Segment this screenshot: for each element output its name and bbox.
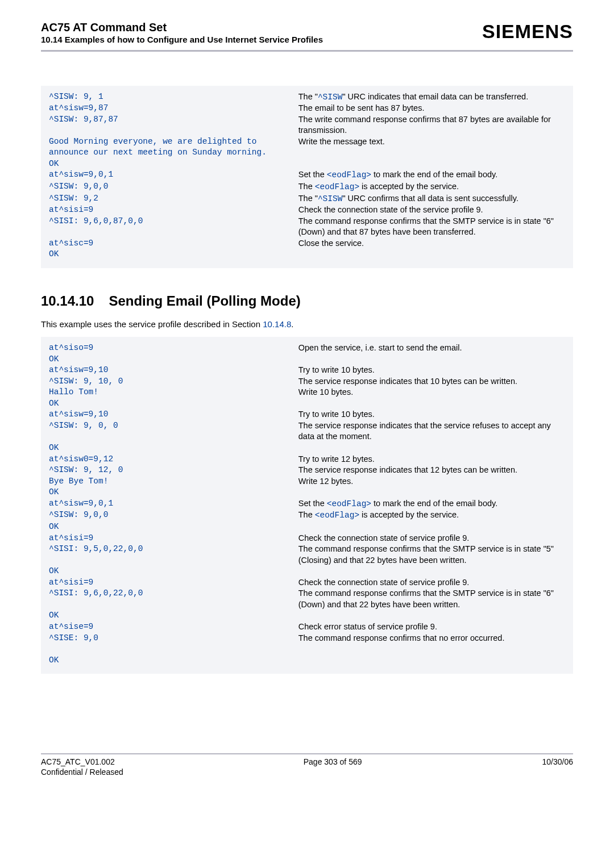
- example-row: ^SISI: 9,6,0,22,0,0The command response …: [49, 588, 565, 610]
- cmd-text: OK: [49, 566, 295, 577]
- cmd-text: ^SISW: 9, 1: [49, 91, 295, 103]
- cmd-text: Hallo Tom!: [49, 387, 295, 398]
- brand-logo: SIEMENS: [482, 20, 573, 43]
- desc-text: The "^SISW" URC confirms that all data i…: [295, 193, 565, 205]
- code-inline: ^SISW: [318, 194, 343, 203]
- example-row: ^SISW: 9,87,87 The write command respons…: [49, 114, 565, 136]
- code-inline: <eodFlag>: [315, 511, 359, 520]
- example-row: ^SISW: 9, 12, 0The service response indi…: [49, 465, 565, 476]
- cmd-text: at^sisw=9,87: [49, 103, 295, 114]
- cmd-text: OK: [49, 487, 295, 498]
- example-row: ^SISW: 9, 1 The "^SISW" URC indicates th…: [49, 91, 565, 103]
- desc-text: The <eodFlag> is accepted by the service…: [295, 510, 565, 521]
- section-intro: This example uses the service profile de…: [41, 319, 573, 329]
- example-row: at^sisw0=9,12Try to write 12 bytes.: [49, 454, 565, 465]
- example-row: at^siso=9Open the service, i.e. start to…: [49, 343, 565, 354]
- example-row: ^SISW: 9, 10, 0The service response indi…: [49, 376, 565, 387]
- cmd-text: ^SISW: 9,87,87: [49, 114, 295, 126]
- desc-text: The "^SISW" URC indicates that email dat…: [295, 91, 565, 103]
- cmd-text: ^SISW: 9,2: [49, 193, 295, 205]
- cmd-text: at^sisw=9,10: [49, 409, 295, 420]
- cmd-text: OK: [49, 655, 295, 666]
- desc-text: The email to be sent has 87 bytes.: [295, 103, 565, 114]
- cmd-text: OK: [49, 521, 295, 533]
- footer-left: AC75_ATC_V01.002 Confidential / Released: [41, 757, 123, 777]
- desc-text: Close the service.: [295, 238, 565, 249]
- cmd-text: OK: [49, 398, 295, 410]
- example-row: ^SISW: 9,2 The "^SISW" URC confirms that…: [49, 193, 565, 205]
- cmd-text: ^SISW: 9, 10, 0: [49, 376, 295, 387]
- page-header: AC75 AT Command Set 10.14 Examples of ho…: [41, 20, 573, 45]
- example-row: at^sisi=9Check the connection state of s…: [49, 533, 565, 544]
- example-row: ^SISE: 9,0The command response confirms …: [49, 633, 565, 644]
- cmd-text: at^sisi=9: [49, 577, 295, 589]
- cmd-text: OK: [49, 249, 295, 260]
- example-row: OK: [49, 158, 565, 170]
- example-row: at^sisc=9 Close the service.: [49, 238, 565, 249]
- cmd-text: ^SISW: 9, 0, 0: [49, 420, 295, 432]
- example-row: OK: [49, 566, 565, 577]
- cmd-text: OK: [49, 354, 295, 365]
- code-inline: ^SISW: [318, 93, 343, 102]
- desc-text: The <eodFlag> is accepted by the service…: [295, 181, 565, 193]
- example-row: OK: [49, 354, 565, 365]
- desc-text: Set the <eodFlag> to mark the end of the…: [295, 169, 565, 181]
- cmd-text: Bye Bye Tom!: [49, 476, 295, 487]
- desc-text: Check error status of service profile 9.: [295, 621, 565, 633]
- section-title: Sending Email (Polling Mode): [109, 293, 300, 309]
- example-row: OK: [49, 655, 565, 666]
- example-row: at^sisw=9,0,1 Set the <eodFlag> to mark …: [49, 169, 565, 181]
- example-row: ^SISI: 9,5,0,22,0,0The command response …: [49, 544, 565, 566]
- desc-text: Check the connection state of service pr…: [295, 533, 565, 544]
- cmd-text: OK: [49, 443, 295, 454]
- cmd-text: at^sisw0=9,12: [49, 454, 295, 465]
- desc-text: The command response confirms that the S…: [295, 216, 565, 238]
- desc-text: The command response confirms that the S…: [295, 544, 565, 566]
- cmd-text: ^SISW: 9,0,0: [49, 181, 295, 193]
- example-row: at^sisi=9 Check the connection state of …: [49, 205, 565, 216]
- desc-text: Set the <eodFlag> to mark the end of the…: [295, 498, 565, 510]
- cmd-text: [49, 644, 295, 655]
- desc-text: The command response confirms that no er…: [295, 633, 565, 644]
- desc-text: Try to write 10 bytes.: [295, 365, 565, 376]
- cmd-text: at^sisw=9,0,1: [49, 498, 295, 510]
- cmd-text: OK: [49, 610, 295, 621]
- example-row: OK: [49, 521, 565, 533]
- header-left: AC75 AT Command Set 10.14 Examples of ho…: [41, 20, 323, 45]
- code-inline: <eodFlag>: [327, 499, 371, 508]
- cmd-text: at^sisc=9: [49, 238, 295, 249]
- page-footer: AC75_ATC_V01.002 Confidential / Released…: [41, 757, 573, 777]
- desc-text: Check the connection state of the servic…: [295, 205, 565, 216]
- example-row: Hallo Tom!Write 10 bytes.: [49, 387, 565, 398]
- cmd-text: at^sisw=9,0,1: [49, 169, 295, 181]
- footer-confidentiality: Confidential / Released: [41, 767, 123, 777]
- footer-doc-id: AC75_ATC_V01.002: [41, 757, 123, 767]
- header-divider: [41, 50, 573, 52]
- example-row: at^sise=9Check error status of service p…: [49, 621, 565, 633]
- example-block-1: ^SISW: 9, 1 The "^SISW" URC indicates th…: [41, 86, 573, 268]
- footer-page-number: Page 303 of 569: [304, 757, 362, 777]
- code-inline: <eodFlag>: [327, 170, 371, 180]
- section-link[interactable]: 10.14.8: [263, 319, 291, 329]
- cmd-text: ^SISW: 9, 12, 0: [49, 465, 295, 476]
- cmd-text: ^SISI: 9,6,0,87,0,0: [49, 216, 295, 227]
- cmd-text: at^sisw=9,10: [49, 365, 295, 376]
- example-row: OK: [49, 398, 565, 410]
- desc-text: Write 10 bytes.: [295, 387, 565, 398]
- example-row: Bye Bye Tom!Write 12 bytes.: [49, 476, 565, 487]
- desc-text: The service response indicates that 10 b…: [295, 376, 565, 387]
- example-row: ^SISW: 9,0,0 The <eodFlag> is accepted b…: [49, 510, 565, 521]
- example-row: ^SISW: 9, 0, 0The service response indic…: [49, 420, 565, 443]
- desc-text: Try to write 10 bytes.: [295, 409, 565, 420]
- section-number: 10.14.10: [41, 293, 94, 309]
- example-row: [49, 644, 565, 655]
- desc-text: The service response indicates that 12 b…: [295, 465, 565, 476]
- desc-text: Open the service, i.e. start to send the…: [295, 343, 565, 354]
- cmd-text: ^SISI: 9,6,0,22,0,0: [49, 588, 295, 599]
- section-heading: 10.14.10 Sending Email (Polling Mode): [41, 293, 573, 309]
- example-block-2: at^siso=9Open the service, i.e. start to…: [41, 337, 573, 674]
- cmd-text: Good Morning everyone, we are delighted …: [49, 136, 295, 158]
- cmd-text: OK: [49, 158, 295, 170]
- desc-text: Try to write 12 bytes.: [295, 454, 565, 465]
- footer-date: 10/30/06: [542, 757, 574, 777]
